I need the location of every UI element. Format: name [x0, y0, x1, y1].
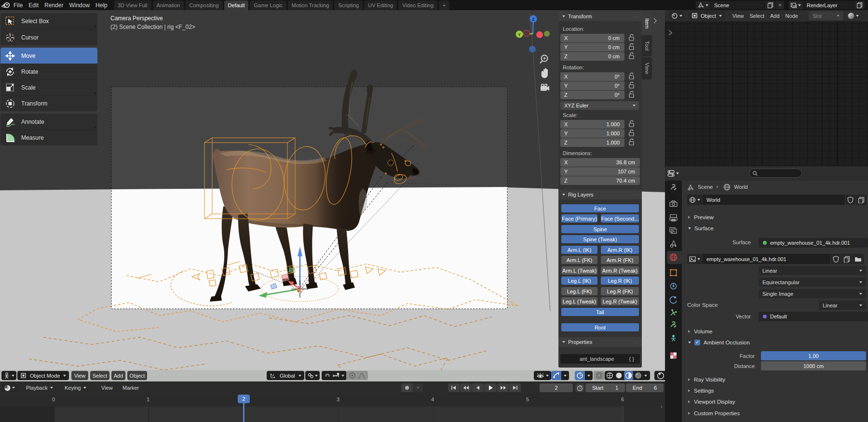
svg-text:(2) Scene Collection | rig <F_: (2) Scene Collection | rig <F_02> [110, 24, 195, 30]
svg-text:Camera Perspective: Camera Perspective [110, 15, 163, 22]
svg-text:Y: Y [518, 32, 521, 37]
svg-text:Z: Z [532, 17, 535, 22]
